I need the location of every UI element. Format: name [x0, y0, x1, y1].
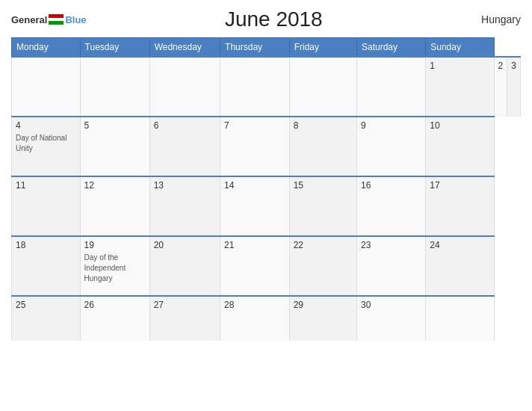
col-friday: Friday	[289, 38, 356, 58]
table-row: 13	[149, 176, 220, 236]
day-number: 2	[498, 61, 504, 71]
logo-flag-icon	[49, 14, 64, 25]
table-row: 1	[426, 57, 494, 117]
country-label: Hungary	[461, 13, 521, 25]
day-number: 6	[154, 120, 216, 131]
day-number: 26	[84, 300, 146, 310]
table-row: 6	[149, 117, 220, 176]
day-number: 15	[294, 180, 353, 191]
logo-blue-text: Blue	[65, 14, 86, 25]
table-row: 16	[356, 176, 425, 236]
day-number: 29	[294, 300, 353, 310]
holiday-label: Day of the Independent Hungary	[84, 253, 126, 282]
day-number: 16	[361, 180, 421, 191]
day-number: 25	[16, 300, 76, 310]
day-number: 5	[84, 120, 146, 131]
table-row: 8	[289, 117, 356, 176]
day-number: 22	[294, 240, 353, 250]
table-row: 9	[356, 117, 425, 176]
table-row: 21	[220, 236, 290, 296]
table-row: 18	[12, 236, 81, 296]
table-row	[356, 57, 425, 117]
table-row	[289, 57, 356, 117]
day-number: 24	[430, 240, 489, 250]
table-row: 2	[494, 57, 507, 117]
day-number: 30	[361, 300, 421, 310]
day-number: 14	[224, 180, 285, 191]
table-row: 25	[12, 296, 81, 341]
page-header: General Blue June 2018 Hungary	[11, 7, 521, 31]
day-number: 7	[224, 120, 285, 131]
calendar-row: 252627282930	[12, 296, 521, 341]
table-row: 7	[220, 117, 290, 176]
day-number: 28	[224, 300, 285, 310]
col-wednesday: Wednesday	[149, 38, 220, 58]
table-row: 17	[426, 176, 494, 236]
calendar-row: 11121314151617	[12, 176, 521, 236]
day-number: 17	[430, 180, 489, 191]
calendar-page: General Blue June 2018 Hungary Monday Tu…	[0, 0, 532, 411]
day-number: 9	[361, 120, 421, 131]
day-number: 20	[154, 240, 216, 250]
table-row: 15	[289, 176, 356, 236]
day-number: 18	[16, 240, 76, 250]
table-row: 30	[356, 296, 425, 341]
table-row: 26	[80, 296, 149, 341]
table-row	[426, 296, 494, 341]
table-row: 29	[289, 296, 356, 341]
day-number: 8	[294, 120, 353, 131]
table-row: 24	[426, 236, 494, 296]
day-number: 4	[16, 120, 76, 131]
logo-general-text: General	[11, 14, 47, 25]
calendar-row: 123	[12, 57, 521, 117]
calendar-row: 1819Day of the Independent Hungary202122…	[12, 236, 521, 296]
table-row	[12, 57, 81, 117]
page-title: June 2018	[87, 7, 461, 31]
col-sunday: Sunday	[426, 38, 494, 58]
weekday-header-row: Monday Tuesday Wednesday Thursday Friday…	[12, 38, 521, 58]
day-number: 10	[430, 120, 489, 131]
table-row: 12	[80, 176, 149, 236]
table-row: 20	[149, 236, 220, 296]
table-row: 11	[12, 176, 81, 236]
table-row: 19Day of the Independent Hungary	[80, 236, 149, 296]
day-number: 3	[511, 61, 516, 71]
table-row: 28	[220, 296, 290, 341]
table-row: 4Day of National Unity	[12, 117, 81, 176]
calendar-row: 4Day of National Unity5678910	[12, 117, 521, 176]
col-thursday: Thursday	[220, 38, 290, 58]
col-saturday: Saturday	[356, 38, 425, 58]
table-row: 3	[507, 57, 521, 117]
day-number: 13	[154, 180, 216, 191]
logo: General Blue	[11, 14, 87, 25]
table-row	[80, 57, 149, 117]
table-row: 14	[220, 176, 290, 236]
table-row: 5	[80, 117, 149, 176]
table-row: 10	[426, 117, 494, 176]
day-number: 11	[16, 180, 76, 191]
day-number: 21	[224, 240, 285, 250]
col-tuesday: Tuesday	[80, 38, 149, 58]
day-number: 19	[84, 240, 146, 250]
day-number: 27	[154, 300, 216, 310]
table-row: 22	[289, 236, 356, 296]
table-row	[220, 57, 290, 117]
table-row: 23	[356, 236, 425, 296]
day-number: 12	[84, 180, 146, 191]
day-number: 23	[361, 240, 421, 250]
day-number: 1	[430, 61, 489, 71]
calendar-table: Monday Tuesday Wednesday Thursday Friday…	[11, 37, 521, 341]
table-row	[149, 57, 220, 117]
col-monday: Monday	[12, 38, 81, 58]
table-row: 27	[149, 296, 220, 341]
holiday-label: Day of National Unity	[16, 134, 66, 152]
